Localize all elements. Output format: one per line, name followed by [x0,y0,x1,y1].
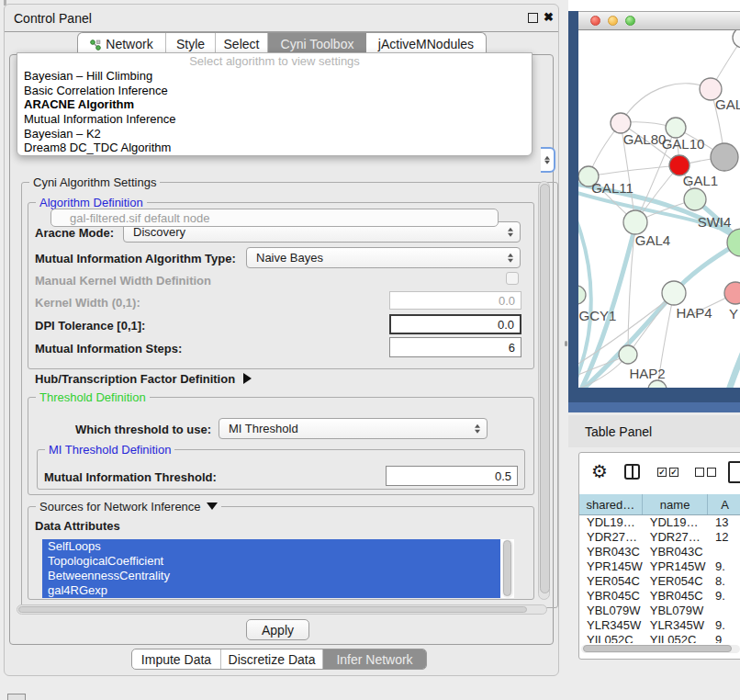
network-node-hap2[interactable] [619,345,637,364]
mode-tab-label: Impute Data [141,652,211,667]
attribute-item-selfloops[interactable]: SelfLoops [42,539,500,554]
spinner-arrows-icon [508,226,513,238]
table-cell: 9. [708,559,740,574]
corner-button[interactable] [7,694,26,700]
algorithm-option-basic-correlation-inference[interactable]: Basic Correlation Inference [17,84,532,98]
algorithm-option-mutual-information-inference[interactable]: Mutual Information Inference [17,112,532,127]
column-header-shared[interactable]: shared… [579,494,643,514]
table-cell: YPR145W [579,559,643,574]
network-edge-thick[interactable] [716,339,740,388]
dpi-tolerance-field[interactable]: 0.0 [389,314,521,334]
node-label: GCY1 [579,308,617,323]
deselect-all-icon[interactable] [695,468,704,477]
table-selector-combo[interactable]: gal-filtered.sif default node [50,209,499,227]
table-rows: YDL19…YDL19…13YDR27…YDR27…12YBR043CYBR04… [579,515,740,643]
mi-type-combo[interactable]: Naive Bayes [246,247,521,268]
algorithm-option-aracne-algorithm[interactable]: ARACNE Algorithm [17,97,532,112]
network-node[interactable] [711,143,738,171]
panel-resize-handle[interactable] [565,341,567,346]
table-row[interactable]: YBR045CYBR045C9. [579,589,740,604]
column-header-a[interactable]: A [708,494,740,514]
close-icon[interactable]: ✖ [544,10,554,24]
table-cell: YDL19… [643,515,708,530]
table-cell: YBR043C [579,545,643,559]
mi-threshold-field[interactable]: 0.5 [386,466,518,486]
network-node-gcy1[interactable] [578,286,586,304]
zoom-traffic-light-icon[interactable] [625,16,635,26]
gear-icon[interactable]: ⚙ [591,460,608,482]
network-node-swi4[interactable] [684,188,706,210]
table-row[interactable]: YBR043CYBR043C [579,545,740,559]
network-node-y[interactable] [724,282,740,304]
which-threshold-label: Which threshold to use: [75,423,211,436]
table-header-row[interactable]: shared…nameA [579,494,740,515]
collapse-arrow-icon [207,502,218,510]
mi-steps-field[interactable]: 6 [389,337,521,357]
table-cell: YBR043C [643,545,708,559]
mi-type-label: Mutual Information Algorithm Type: [35,252,236,265]
network-edge[interactable] [621,84,711,123]
table-row[interactable]: YDR27…YDR27…12 [579,530,740,545]
network-node-gal4[interactable] [623,210,647,234]
data-attributes-list[interactable]: SelfLoopsTopologicalCoefficientBetweenne… [42,539,514,598]
table-selector-value: gal-filtered.sif default node [70,211,209,225]
apply-button[interactable]: Apply [246,619,309,640]
network-node-gal10[interactable] [666,118,686,138]
spinner-arrows-icon [544,154,550,166]
mode-tab-infer-network[interactable]: Infer Network [323,649,426,669]
table-cell: YIL052C [579,633,643,643]
network-node[interactable] [648,380,667,388]
kernel-width-label: Kernel Width (0,1): [35,296,140,310]
select-all-icon[interactable]: ✓ [669,468,678,477]
close-traffic-light-icon[interactable] [590,16,600,26]
document-icon[interactable] [728,461,740,483]
network-node-gal80[interactable] [611,113,631,133]
hub-definition-expander[interactable]: Hub/Transcription Factor Definition [35,372,252,386]
algorithm-definition-title: Algorithm Definition [36,196,147,209]
table-cell: YBR045C [643,589,708,604]
mode-tab-discretize-data[interactable]: Discretize Data [221,649,323,669]
which-threshold-value: MI Threshold [229,422,298,435]
cyni-mode-tabs: Impute DataDiscretize DataInfer Network [131,649,427,670]
table-row[interactable]: YER054CYER054C8. [579,574,740,589]
attribute-item-topologicalcoefficient[interactable]: TopologicalCoefficient [42,554,500,569]
algorithm-option-bayesian-k2[interactable]: Bayesian – K2 [17,127,532,141]
minimize-traffic-light-icon[interactable] [608,16,618,26]
attributes-list-scrollbar[interactable] [502,539,513,598]
node-label: HAP4 [676,305,712,321]
split-panel-icon[interactable] [624,464,640,480]
float-window-icon[interactable] [528,13,538,23]
network-graph[interactable]: GALGAL80GAL10GAL1GAL11SWI4GAL4GCY1HAP4YH… [578,30,740,388]
table-horizontal-scrollbar[interactable] [581,645,740,653]
network-view-canvas[interactable]: GALGAL80GAL10GAL1GAL11SWI4GAL4GCY1HAP4YH… [578,30,740,388]
attribute-item-gal4rgexp[interactable]: gal4RGexp [42,583,500,598]
table-row[interactable]: YBL079WYBL079W [579,604,740,618]
table-row[interactable]: YPR145WYPR145W9. [579,559,740,574]
algorithm-combo-fragment[interactable] [541,147,555,173]
table-row[interactable]: YDL19…YDL19…13 [579,515,740,530]
sources-group-title[interactable]: Sources for Network Inference [36,500,221,514]
kernel-width-field[interactable]: 0.0 [389,291,521,310]
algorithm-option-dream8-dc-tdc-algorithm[interactable]: Dream8 DC_TDC Algorithm [17,141,532,155]
network-edge[interactable] [589,165,679,176]
network-node-hap4[interactable] [662,281,686,305]
mode-tab-impute-data[interactable]: Impute Data [132,649,221,669]
dropdown-prompt: Select algorithm to view settings [17,53,532,69]
column-header-name[interactable]: name [643,494,709,514]
table-row[interactable]: YIL052CYIL052C9 [579,633,740,643]
table-cell [708,604,740,618]
table-row[interactable]: YLR345WYLR345W9. [579,618,740,633]
settings-vertical-scrollbar[interactable] [538,181,550,600]
node-label: GAL80 [623,131,667,147]
attribute-item-betweennesscentrality[interactable]: BetweennessCentrality [42,569,500,583]
control-panel-title: Control Panel [14,11,92,26]
threshold-definition-title: Threshold Definition [36,390,150,404]
manual-kernel-checkbox[interactable] [506,272,519,285]
deselect-all-icon[interactable] [707,468,716,477]
settings-horizontal-scrollbar[interactable] [17,604,547,615]
network-window-titlebar[interactable] [578,11,740,30]
which-threshold-combo[interactable]: MI Threshold [219,418,488,439]
algorithm-option-bayesian-hill-climbing[interactable]: Bayesian – Hill Climbing [17,69,532,84]
select-all-icon[interactable]: ✓ [657,468,667,477]
network-node[interactable] [733,30,740,48]
